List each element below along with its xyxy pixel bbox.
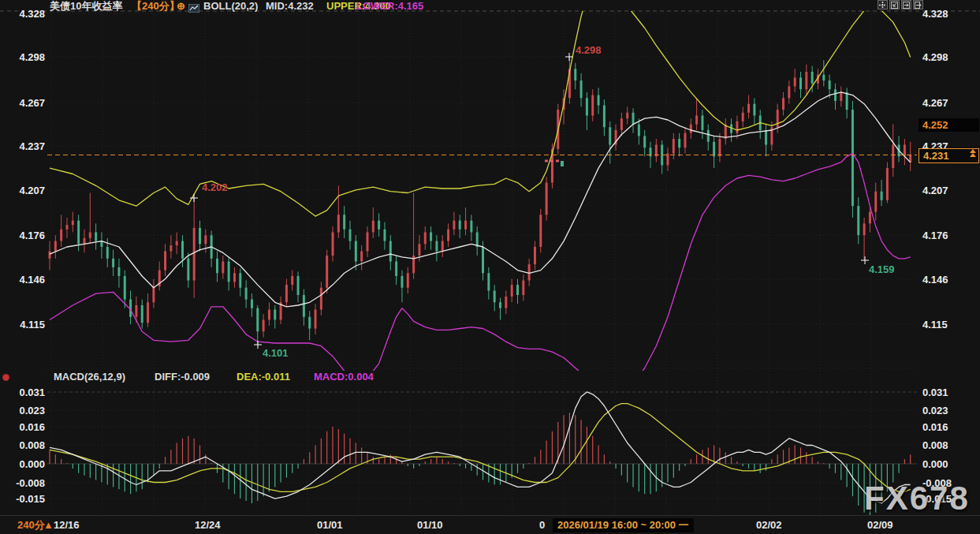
date-axis-label: 02/02 — [756, 520, 782, 531]
right-axis-label: 0.031 — [922, 387, 979, 398]
left-axis-label: 4.115 — [0, 319, 45, 330]
boll-lower-value: LOWER:4.165 — [356, 1, 423, 11]
date-axis-label: 12/16 — [54, 520, 80, 531]
right-axis-label: 0.000 — [922, 459, 979, 469]
scroll-left-icon[interactable] — [901, 0, 911, 9]
low-price-annotation: 4.159 — [869, 264, 895, 274]
right-axis-label: 4.267 — [922, 98, 979, 108]
macd-diff-value: DIFF:-0.009 — [155, 372, 210, 382]
left-axis-label: 4.328 — [0, 9, 45, 19]
date-axis-label: 12/24 — [195, 520, 221, 531]
left-axis-label: -0.015 — [0, 494, 45, 504]
low-price-annotation: 4.101 — [263, 348, 289, 358]
left-axis-label: 0.000 — [0, 459, 45, 469]
indicator-settings-icon[interactable] — [2, 374, 9, 381]
period-up-arrow-icon[interactable]: ▲ — [43, 520, 54, 531]
right-axis-label: 0.008 — [922, 440, 979, 450]
high-price-annotation: 4.202 — [202, 182, 228, 192]
left-axis-label: 0.031 — [0, 387, 45, 398]
add-indicator-icon[interactable]: ⊕ — [177, 1, 185, 11]
instrument-title: 美债10年收益率 — [50, 1, 122, 11]
date-axis-label: 01/10 — [417, 520, 443, 531]
go-to-latest-icon[interactable] — [913, 0, 923, 9]
fit-view-icon[interactable] — [889, 0, 900, 9]
date-axis-label: 01/01 — [317, 520, 343, 531]
boll-indicator-label: BOLL(20,2) — [203, 1, 258, 11]
right-axis-label: 0.023 — [922, 405, 979, 416]
crosshair-zero-label: 0 — [539, 520, 545, 531]
date-axis-label: 02/09 — [867, 520, 893, 531]
session-high-tag: 4.252 — [919, 118, 979, 132]
macd-dea-value: DEA:-0.011 — [237, 372, 290, 382]
price-up-arrows-icon — [970, 149, 976, 157]
left-axis-label: 4.298 — [0, 52, 45, 62]
left-axis-label: 4.207 — [0, 185, 45, 196]
left-axis-label: 0.023 — [0, 405, 45, 416]
left-axis-label: 0.016 — [0, 422, 45, 432]
right-axis-label: 4.328 — [922, 9, 979, 19]
right-axis-label: 0.016 — [922, 422, 979, 432]
boll-mid-value: MID:4.232 — [266, 1, 314, 11]
right-axis-label: 4.207 — [922, 185, 979, 196]
left-axis-label: 4.237 — [0, 141, 45, 151]
watermark: FX678 — [864, 481, 970, 516]
high-price-annotation: 4.298 — [576, 45, 602, 55]
period-label: 【240分】 — [132, 1, 180, 11]
left-axis-label: -0.008 — [0, 478, 45, 488]
period-selector[interactable]: 240分 — [17, 520, 45, 531]
left-axis-label: 0.008 — [0, 440, 45, 450]
macd-indicator-label: MACD(26,12,9) — [54, 372, 125, 382]
chart-canvas[interactable] — [0, 0, 980, 534]
left-axis-label: 4.146 — [0, 274, 45, 285]
crosshair-date-label: 2026/01/19 16:00 ~ 20:00 一 — [553, 518, 694, 532]
right-axis-label: 4.115 — [922, 319, 979, 330]
chart-toolbar — [878, 0, 923, 9]
right-axis-label: 4.146 — [922, 274, 979, 285]
chart-window: 美债10年收益率 【240分】 ⊕ BOLL(20,2) MID:4.232 U… — [0, 0, 980, 534]
pan-tool-icon[interactable] — [878, 0, 888, 9]
left-axis-label: 4.176 — [0, 230, 45, 241]
right-axis-label: 4.298 — [922, 52, 979, 62]
left-axis-label: 4.267 — [0, 98, 45, 108]
right-axis-label: 4.176 — [922, 230, 979, 241]
time-axis-bar: 240分 ▲ 0 2026/01/19 16:00 ~ 20:00 一 12/1… — [0, 515, 980, 534]
chart-type-icon[interactable] — [188, 2, 199, 16]
macd-macd-value: MACD:0.004 — [314, 372, 374, 382]
